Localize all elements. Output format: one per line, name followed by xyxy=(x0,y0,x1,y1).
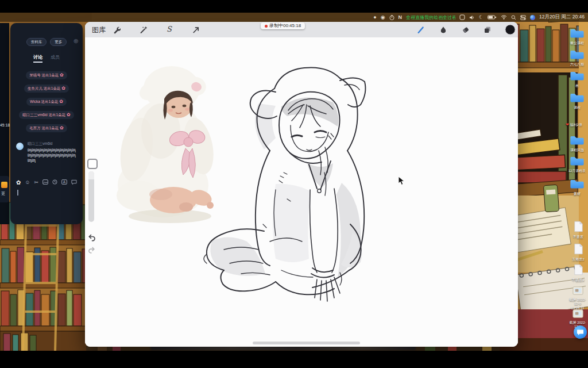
recording-time: 录制中00:45:18 xyxy=(269,24,301,28)
gift-message: 毛百万 送出1朵花✿ xyxy=(26,124,67,132)
notion-menu-icon[interactable]: N xyxy=(399,15,403,20)
heart-icon: ❤ xyxy=(566,122,569,126)
letterbox-bottom xyxy=(0,351,588,368)
gift-message: 呆喵号 送出1朵花✿ xyxy=(26,71,67,79)
flower-icon: ✿ xyxy=(67,113,71,117)
battery-icon[interactable] xyxy=(488,15,497,20)
letterbox-top xyxy=(0,0,588,13)
gift-message: Wicka 送出1朵花✿ xyxy=(26,98,67,106)
image-icon[interactable] xyxy=(42,179,48,186)
shortcut-label: 福利2弹 xyxy=(570,123,582,126)
file-label: 截屏 2022-12-0 xyxy=(567,298,588,306)
transform-arrow-icon[interactable] xyxy=(192,26,200,34)
desktop-folder[interactable]: 最全课程 xyxy=(567,28,587,45)
timer-icon[interactable] xyxy=(389,15,394,20)
record-stop-icon[interactable]: ● xyxy=(373,15,376,20)
control-center-icon[interactable] xyxy=(520,15,526,20)
folder-label: 画 xyxy=(567,84,587,88)
tab-members[interactable]: 成员 xyxy=(51,54,60,63)
desktop-folder[interactable]: 素材 xyxy=(567,178,587,196)
chat-bubble-icon[interactable] xyxy=(71,179,77,186)
chat-app-icon[interactable] xyxy=(574,325,587,339)
desktop-folder[interactable]: 课程回放 xyxy=(567,135,587,152)
eraser-tool-icon[interactable] xyxy=(462,26,470,34)
desktop-folder[interactable]: 六七八期 xyxy=(567,49,587,67)
desktop-folder[interactable]: 课程 xyxy=(567,92,587,110)
desktop-shortcut-heart[interactable]: ❤ 福利2弹 xyxy=(566,122,582,128)
chat-tabs: 讨论 成员 xyxy=(10,54,83,63)
gift-message: 生鱼片儿 送出1朵花✿ xyxy=(24,85,69,93)
wifi-icon[interactable] xyxy=(501,15,507,20)
procreate-window: 图库 S xyxy=(85,22,518,347)
brush-tool-icon[interactable] xyxy=(417,26,425,34)
tab-discussion[interactable]: 讨论 xyxy=(33,54,42,63)
gift-message-list: 呆喵号 送出1朵花✿ 生鱼片儿 送出1朵花✿ Wicka 送出1朵花✿ 瞎口三三… xyxy=(14,71,79,132)
live-chat-panel: 资料库 更多 ◎ 讨论 成员 呆喵号 送出1朵花✿ 生鱼片儿 送出1朵花✿ Wi… xyxy=(10,23,83,224)
adjustments-wand-icon[interactable] xyxy=(140,26,148,34)
chat-input-caret[interactable] xyxy=(17,190,18,195)
flower-icon: ✿ xyxy=(60,73,64,78)
camera-ring-icon[interactable]: ◉ xyxy=(381,15,385,20)
file-label: 不锈发2 xyxy=(568,278,588,282)
folder-label: 课程 xyxy=(567,106,587,110)
sketch-artwork xyxy=(189,52,396,305)
siri-icon[interactable] xyxy=(530,15,535,20)
gift-text: 生鱼片儿 送出1朵花 xyxy=(28,87,60,91)
chat-message-text: 吗吗吗吗吗吗吗吗吗吗吗吗吗吗吗吗吗吗吗吗吗吗吗吗吗吗 xyxy=(28,148,78,163)
folder-label: 12月课程表 xyxy=(567,169,587,173)
menubar-clock[interactable]: 12月20日 周二 20:46 xyxy=(539,14,585,21)
background-timer: 45:18 xyxy=(0,123,15,127)
svg-text:A: A xyxy=(63,180,66,184)
volume-icon[interactable] xyxy=(469,15,475,20)
gift-message: 瞎口三三vm6ld 送出1朵花✿ xyxy=(19,111,74,119)
desktop-file[interactable]: 不要发 xyxy=(568,221,588,239)
sidebar-modify-button[interactable] xyxy=(87,159,98,169)
gift-tray-fragment: 更 xyxy=(0,176,9,202)
more-button[interactable]: 更多 xyxy=(50,38,67,46)
avatar[interactable] xyxy=(16,143,24,150)
folder-label: 课程回放 xyxy=(567,148,587,152)
gift-text: Wicka 送出1朵花 xyxy=(30,100,58,104)
library-button[interactable]: 资料库 xyxy=(26,38,47,46)
history-clock-icon[interactable] xyxy=(52,179,57,186)
actions-wrench-icon[interactable] xyxy=(113,26,121,34)
desktop-file[interactable]: 不锈发2 xyxy=(568,264,588,282)
redo-icon[interactable] xyxy=(88,246,96,254)
scissors-icon[interactable]: ✂ xyxy=(34,180,39,185)
settings-gear-icon[interactable]: ◎ xyxy=(74,39,78,44)
gallery-button[interactable]: 图库 xyxy=(92,25,106,35)
macos-menubar: ● ◉ N 全程直播我的绘画全过程 ☾ 12月20日 周二 20:46 xyxy=(0,13,588,22)
folder-label: 六七八期 xyxy=(567,63,587,67)
gift-box-icon[interactable] xyxy=(1,182,7,188)
input-method-icon[interactable] xyxy=(459,14,465,20)
file-label: 玉雕发2 xyxy=(568,258,588,262)
gift-text: 毛百万 送出1朵花 xyxy=(29,126,59,131)
recording-badge[interactable]: 录制中00:45:18 xyxy=(261,22,305,29)
mouse-cursor xyxy=(398,176,406,186)
folder-label: 素材 xyxy=(567,192,587,196)
undo-icon[interactable] xyxy=(87,233,96,242)
desktop-folder[interactable]: 12月课程表 xyxy=(567,155,587,173)
smudge-tool-icon[interactable] xyxy=(439,26,447,34)
gift-text: 瞎口三三vm6ld 送出1朵花 xyxy=(22,113,65,117)
gift-text: 呆喵号 送出1朵花 xyxy=(29,74,59,78)
home-indicator[interactable] xyxy=(253,342,360,344)
active-color-swatch[interactable] xyxy=(505,24,516,35)
send-flower-icon[interactable]: ✿ xyxy=(16,180,21,186)
selection-icon[interactable]: S xyxy=(167,25,172,33)
status-text-green[interactable]: 全程直播我的绘画全过程 xyxy=(406,14,455,21)
tray-more-label[interactable]: 更 xyxy=(1,191,5,197)
layers-icon[interactable] xyxy=(483,26,492,34)
desktop-screenshot-file[interactable]: 截屏 2022-12-0 13.26.11 xyxy=(567,286,588,310)
focus-moon-icon[interactable]: ☾ xyxy=(479,15,483,20)
folder-label: 最全课程 xyxy=(567,41,587,45)
desktop-folder[interactable]: 画 xyxy=(567,70,587,88)
brush-size-slider[interactable] xyxy=(88,171,94,222)
flower-icon: ✿ xyxy=(59,99,63,104)
recording-dot-icon xyxy=(265,25,268,28)
emoji-icon[interactable]: ☺ xyxy=(25,180,30,185)
file-label: 不要发 xyxy=(568,235,588,239)
desktop-file[interactable]: 玉雕发2 xyxy=(568,243,588,262)
search-icon[interactable] xyxy=(511,15,516,20)
translate-icon[interactable]: A xyxy=(61,179,67,186)
